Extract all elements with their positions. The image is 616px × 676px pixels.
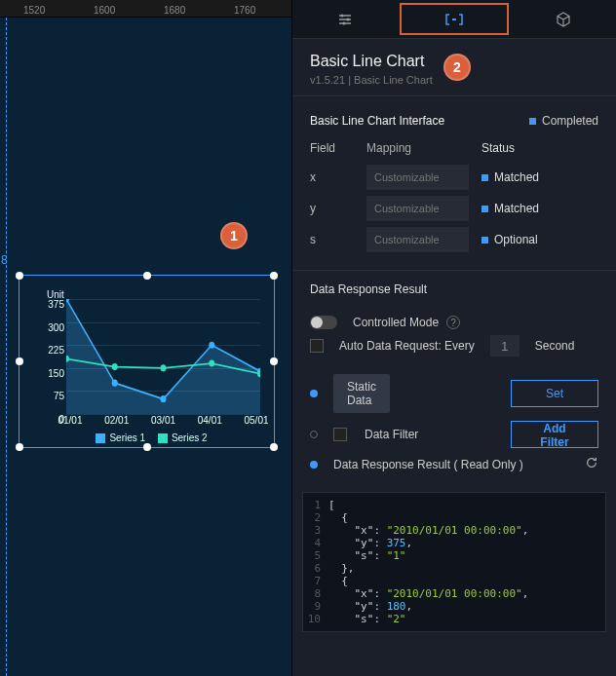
auto-request-interval-input[interactable] [490, 335, 520, 357]
resize-handle[interactable] [16, 443, 23, 451]
panel-tabs [292, 0, 616, 39]
controlled-mode-toggle[interactable] [310, 316, 337, 329]
resize-handle[interactable] [270, 357, 278, 365]
field-row-x: x Matched [310, 165, 598, 190]
resize-handle[interactable] [16, 357, 23, 365]
svg-point-10 [340, 14, 343, 17]
data-filter-label: Data Filter [365, 428, 501, 441]
horizontal-ruler: 1520 1600 1680 1760 [0, 0, 291, 18]
callout-2: 2 [443, 54, 471, 81]
mapping-input-x[interactable] [366, 165, 469, 190]
guide-position-label: 8 [1, 253, 8, 267]
add-filter-button[interactable]: Add Filter [511, 421, 598, 448]
resize-handle[interactable] [143, 272, 151, 280]
auto-request-row: Auto Data Request: Every Second [310, 335, 598, 357]
static-data-pill[interactable]: Static Data [333, 374, 390, 413]
pipeline-bullet [310, 461, 318, 469]
svg-point-2 [161, 395, 167, 402]
help-icon[interactable]: ? [446, 316, 460, 329]
set-button[interactable]: Set [511, 380, 598, 407]
mapping-input-s[interactable] [366, 227, 469, 252]
resize-handle[interactable] [270, 272, 278, 280]
cube-icon [556, 12, 571, 27]
auto-request-checkbox[interactable] [310, 339, 324, 353]
svg-point-12 [342, 21, 345, 24]
field-row-y: y Matched [310, 196, 598, 221]
svg-rect-13 [452, 19, 456, 20]
resize-handle[interactable] [143, 443, 151, 451]
col-status-header: Status [481, 141, 598, 155]
tab-data[interactable] [400, 3, 508, 35]
data-pipeline: Static Data Set Data Filter Add Filter D… [292, 362, 616, 492]
selected-chart-widget[interactable]: Unit 375 300 225 150 75 0 [19, 275, 275, 448]
svg-point-8 [209, 360, 214, 367]
canvas-area[interactable]: 1520 1600 1680 1760 8 1 Unit 375 300 225… [0, 0, 292, 676]
svg-point-3 [209, 342, 214, 349]
tab-style[interactable] [292, 0, 397, 38]
completed-status: Completed [529, 114, 598, 128]
pipeline-bullet [310, 431, 318, 438]
data-brackets-icon [444, 13, 464, 26]
pipeline-bullet [310, 390, 318, 397]
col-field-header: Field [310, 141, 359, 155]
data-response-title: Data Response Result [292, 270, 616, 304]
refresh-icon[interactable] [585, 456, 598, 472]
svg-point-7 [161, 364, 167, 371]
x-axis: 01/01 02/01 03/01 04/01 05/01 [66, 415, 260, 429]
svg-point-11 [346, 18, 349, 20]
col-mapping-header: Mapping [366, 141, 474, 155]
data-filter-checkbox[interactable] [333, 428, 347, 441]
properties-panel: 2 Basic Line Chart v1.5.21 | Basic Line … [292, 0, 616, 676]
sliders-icon [337, 12, 353, 27]
readonly-result-label: Data Response Result ( Read Only ) [333, 458, 575, 471]
svg-point-1 [112, 380, 118, 387]
resize-handle[interactable] [270, 443, 278, 451]
json-code-viewer[interactable]: 1[ 2 { 3 "x": "2010/01/01 00:00:00", 4 "… [302, 492, 606, 632]
interface-label: Basic Line Chart Interface [310, 114, 444, 128]
tab-interaction[interactable] [512, 0, 616, 38]
plot-area [66, 299, 260, 414]
interface-section: Basic Line Chart Interface Completed Fie… [292, 95, 616, 270]
field-row-s: s Optional [310, 227, 598, 252]
svg-point-6 [112, 363, 118, 370]
controlled-mode-row: Controlled Mode ? [310, 316, 598, 329]
y-axis: 375 300 225 150 75 0 [35, 299, 66, 414]
mapping-input-y[interactable] [366, 196, 469, 221]
callout-1: 1 [220, 222, 248, 249]
line-chart: Unit 375 300 225 150 75 0 [25, 282, 268, 441]
chart-legend: Series 1 Series 2 [25, 432, 268, 443]
vertical-guide [6, 18, 7, 676]
resize-handle[interactable] [16, 272, 23, 280]
